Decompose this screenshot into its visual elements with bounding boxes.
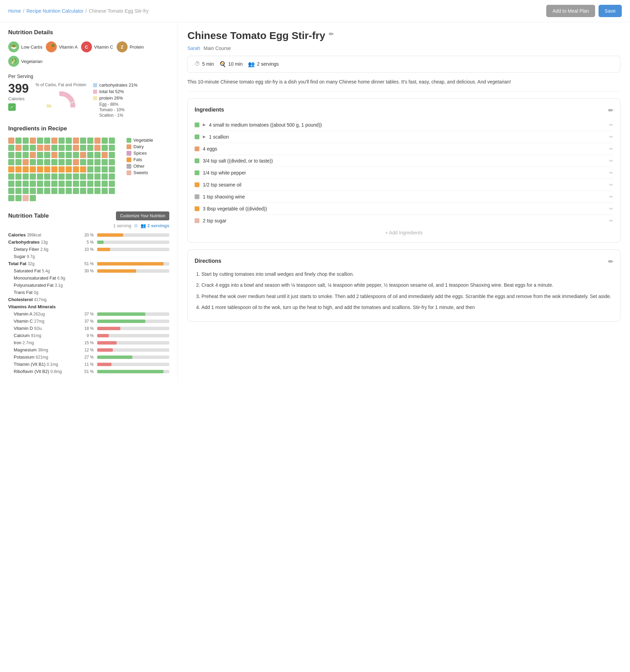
grid-square: [80, 173, 86, 180]
macro-fat: total fat 52%: [93, 89, 169, 94]
ingredient-edit-icon[interactable]: ✏: [609, 218, 613, 223]
nutrition-row-name: Potassium 621mg: [8, 354, 77, 360]
tag-protein: Z Protein: [117, 41, 144, 52]
grid-square: [30, 159, 36, 165]
nutrition-bar: [97, 370, 163, 373]
breadcrumb-home[interactable]: Home: [8, 8, 21, 14]
grid-square: [80, 159, 86, 165]
grid-square: [51, 138, 57, 144]
macro-fat-label: total fat 52%: [99, 89, 124, 94]
add-ingredient-button[interactable]: + Add Ingredients: [195, 227, 613, 235]
nutrition-row-pct: 9 %: [77, 333, 94, 338]
grid-square: [51, 173, 57, 180]
serving-2[interactable]: 👥2 servings: [141, 223, 169, 228]
nutrition-bar: [97, 341, 117, 345]
grid-square: [102, 159, 108, 165]
grid-square: [66, 188, 72, 194]
ingredient-color-dot: [195, 134, 199, 139]
nutrition-bar-wrap: [97, 370, 169, 373]
grid-square: [102, 166, 108, 172]
ingredient-edit-icon[interactable]: ✏: [609, 134, 613, 140]
macro-protein: protein 26%: [93, 95, 169, 101]
breadcrumb-calculator[interactable]: Recipe Nutrition Calculator: [26, 8, 83, 14]
grid-square: [102, 145, 108, 151]
ingredient-expand-arrow[interactable]: ▶: [203, 122, 206, 127]
nutrition-bar-wrap: [97, 248, 169, 251]
grid-square: [15, 138, 22, 144]
ingredient-row: 3/4 tsp salt ((divided, or to taste))✏: [195, 155, 613, 167]
nutrition-row: Saturated Fat 5.4g30 %: [8, 268, 169, 273]
grid-square: [23, 195, 29, 201]
ingredient-name: 1 tsp shaoxing wine: [203, 194, 606, 199]
nutrition-bar: [97, 233, 123, 237]
nutrition-row: Riboflavin (Vit B2) 0.6mg51 %: [8, 369, 169, 374]
grid-square: [87, 181, 93, 187]
grid-square: [87, 145, 93, 151]
ingredient-name: 1 scallion: [209, 134, 606, 140]
ingredients-in-recipe-section: Ingredients in Recipe Vegetable Dairy Sp…: [8, 125, 169, 205]
nutrition-bar-wrap: [97, 312, 169, 316]
ingredient-expand-arrow[interactable]: ▶: [203, 134, 206, 139]
ingredient-grid: [8, 138, 121, 201]
ingredient-edit-icon[interactable]: ✏: [609, 194, 613, 199]
nutrition-row-pct: 12 %: [77, 348, 94, 352]
ingredient-edit-icon[interactable]: ✏: [609, 170, 613, 176]
serving-1[interactable]: 1 serving: [113, 223, 131, 228]
grid-square: [23, 152, 29, 158]
ingredients-list: ▶4 small to medium tomatoes ((about 500 …: [195, 119, 613, 227]
prep-time-icon: ⏱: [195, 61, 200, 67]
recipe-title-row: Chinese Tomato Egg Stir-fry ✏: [187, 29, 620, 42]
grid-square: [87, 159, 93, 165]
cook-time: 🍳 10 min: [219, 61, 242, 67]
directions-edit-icon[interactable]: ✏: [608, 258, 613, 266]
grid-square: [8, 145, 14, 151]
ingredient-edit-icon[interactable]: ✏: [609, 122, 613, 128]
recipe-title-edit-icon[interactable]: ✏: [329, 30, 334, 38]
nutrition-row: Potassium 621mg27 %: [8, 354, 169, 360]
nutrition-bar-wrap: [97, 269, 169, 273]
grid-square: [66, 138, 72, 144]
tag-label-vitamin-c: Vitamin C: [94, 44, 113, 50]
legend-label-vegetable: Vegetable: [133, 138, 153, 143]
nutrition-bar: [97, 348, 113, 352]
grid-square: [30, 166, 36, 172]
grid-square: [87, 138, 93, 144]
ingredient-row: ▶1 scallion✏: [195, 131, 613, 143]
macro-carbs: carbohydrates 21%: [93, 82, 169, 88]
ingredient-edit-icon[interactable]: ✏: [609, 158, 613, 164]
nutrition-bar-wrap: [97, 348, 169, 352]
nutrition-bar-wrap: [97, 241, 169, 244]
macro-protein-label: protein 26%: [99, 95, 123, 101]
save-button[interactable]: Save: [599, 5, 622, 17]
nutrition-row-pct: 37 %: [77, 319, 94, 324]
recipe-author[interactable]: Sarah: [187, 46, 200, 51]
nutrition-row-pct: 27 %: [77, 355, 94, 360]
cook-time-value: 10 min: [228, 61, 242, 67]
servings-value: 2 servings: [257, 61, 279, 67]
macro-chart-area: % of Carbs, Fat and Protein: [36, 82, 86, 107]
nutrition-bar: [97, 269, 136, 273]
nutrition-row-name: Vitamin D 92iu: [8, 326, 77, 331]
grid-square: [44, 181, 50, 187]
grid-square: [8, 188, 14, 194]
ingredient-edit-icon[interactable]: ✏: [609, 146, 613, 152]
ingredient-row: 2 tsp sugar✏: [195, 215, 613, 227]
ingredient-edit-icon[interactable]: ✏: [609, 206, 613, 211]
ingredients-edit-icon[interactable]: ✏: [608, 107, 613, 114]
ingredient-name: 1/4 tsp white pepper: [203, 170, 606, 176]
grid-square: [58, 145, 65, 151]
grid-square: [94, 159, 101, 165]
legend-label-sweets: Sweets: [133, 170, 148, 175]
nutrition-bar-wrap: [97, 356, 169, 359]
nutrition-row-name: Total Fat 32g: [8, 261, 77, 266]
nutrition-row-pct: 5 %: [77, 240, 94, 245]
customize-nutrition-button[interactable]: Customize Your Nutrition: [116, 211, 169, 220]
add-to-meal-plan-button[interactable]: Add to Meal Plan: [546, 5, 595, 17]
ingredient-edit-icon[interactable]: ✏: [609, 182, 613, 188]
legend-dot-other: [127, 164, 131, 169]
svg-point-1: [49, 94, 73, 107]
nutrition-row-name: Carbohydrates 13g: [8, 240, 77, 245]
nutrition-details-title: Nutrition Details: [8, 29, 169, 36]
grid-square: [80, 152, 86, 158]
grid-square: [80, 181, 86, 187]
